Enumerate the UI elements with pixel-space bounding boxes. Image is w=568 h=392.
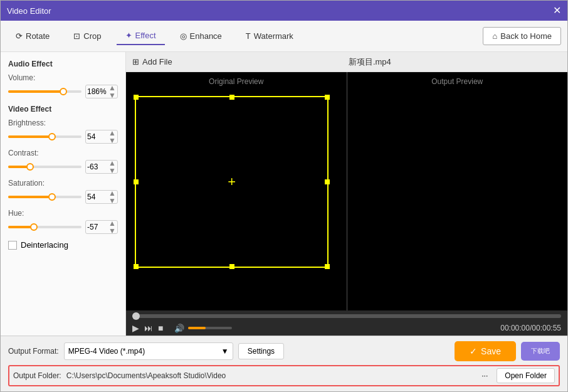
volume-icon: 🔊 [174,324,184,333]
volume-row: 186% ▲ ▼ [8,85,118,98]
folder-label: Output Folder: [13,371,61,380]
play-button[interactable]: ▶ [132,323,139,333]
watermark-tab[interactable]: T Watermark [237,28,302,45]
bottom-bar: Output Format: MPEG-4 Video (*.mp4) ▼ Se… [1,336,567,391]
saturation-input[interactable]: 54 ▲ ▼ [85,190,118,204]
volume-down[interactable]: ▼ [108,92,116,99]
saturation-slider[interactable] [8,192,82,202]
effect-tab[interactable]: ✦ Effect [117,27,165,45]
filename: 新项目.mp4 [349,56,391,68]
watermark-extra-button[interactable]: 下载吧 [521,342,560,361]
hue-slider[interactable] [8,222,82,232]
file-bar: ⊞ Add File 新项目.mp4 [126,52,567,72]
dropdown-arrow-icon: ▼ [221,347,229,356]
add-file-button[interactable]: ⊞ Add File [132,57,172,66]
format-row: Output Format: MPEG-4 Video (*.mp4) ▼ Se… [8,341,560,361]
add-file-icon: ⊞ [132,57,139,66]
enhance-tab[interactable]: ◎ Enhance [171,28,231,45]
crop-handle-ml[interactable] [134,179,139,184]
output-preview-label: Output Preview [347,72,568,86]
contrast-input[interactable]: -63 ▲ ▼ [85,160,118,174]
effect-icon: ✦ [125,31,132,40]
hue-row: -57 ▲ ▼ [8,220,118,234]
hue-input[interactable]: -57 ▲ ▼ [85,220,118,234]
main-content: Audio Effect Volume: 186% ▲ ▼ Vid [1,52,567,336]
crop-handle-tc[interactable] [229,95,234,100]
right-panel: ⊞ Add File 新项目.mp4 Original Preview [126,52,567,336]
step-forward-button[interactable]: ⏭ [144,323,153,333]
folder-path: C:\Users\pc\Documents\Apeaksoft Studio\V… [66,371,473,380]
crop-crosshair: + [228,174,236,190]
output-preview-pane: Output Preview [347,72,568,310]
video-section-title: Video Effect [8,105,118,114]
contrast-down[interactable]: ▼ [108,167,116,174]
crop-tab[interactable]: ⊡ Crop [65,28,110,45]
deinterlacing-label: Deinterlacing [21,240,68,250]
volume-slider[interactable] [8,87,82,97]
enhance-icon: ◎ [180,31,187,41]
save-button[interactable]: ✓ Save [455,341,516,361]
crop-handle-br[interactable] [325,264,330,269]
hue-down[interactable]: ▼ [108,227,116,235]
toolbar: ⟳ Rotate ⊡ Crop ✦ Effect ◎ Enhance T Wat… [1,21,567,52]
audio-section-title: Audio Effect [8,60,118,68]
deinterlacing-row: Deinterlacing [8,240,118,250]
crop-overlay[interactable]: + [135,96,329,268]
crop-handle-bc[interactable] [229,264,234,269]
folder-row: Output Folder: C:\Users\pc\Documents\Ape… [8,365,560,386]
seekbar-area [126,310,567,320]
video-editor-window: Video Editor ✕ ⟳ Rotate ⊡ Crop ✦ Effect … [0,0,568,392]
rotate-icon: ⟳ [16,31,23,41]
settings-button[interactable]: Settings [238,343,284,359]
close-button[interactable]: ✕ [553,6,561,16]
folder-browse-button[interactable]: ··· [478,370,492,381]
brightness-slider[interactable] [8,132,82,142]
open-folder-button[interactable]: Open Folder [497,368,555,383]
contrast-label: Contrast: [8,149,118,157]
brightness-down[interactable]: ▼ [108,137,116,144]
deinterlacing-checkbox[interactable] [8,241,17,250]
crop-handle-bl[interactable] [134,264,139,269]
watermark-icon: T [246,31,251,41]
checkmark-icon: ✓ [470,346,477,356]
brightness-label: Brightness: [8,119,118,127]
brightness-input[interactable]: 54 ▲ ▼ [85,130,118,144]
format-label: Output Format: [8,347,59,356]
preview-area: Original Preview + Output [126,72,567,310]
window-title: Video Editor [7,6,51,16]
hue-label: Hue: [8,209,118,218]
time-display: 00:00:00/00:00:55 [500,324,561,332]
crop-icon: ⊡ [73,31,80,41]
controls-row: ▶ ⏭ ■ 🔊 00:00:00/00:00:55 [126,320,567,336]
original-preview-label: Original Preview [126,72,347,86]
saturation-down[interactable]: ▼ [108,197,116,204]
contrast-row: -63 ▲ ▼ [8,160,118,174]
home-icon: ⌂ [492,31,497,41]
volume-label: Volume: [8,73,118,82]
brightness-row: 54 ▲ ▼ [8,130,118,144]
saturation-row: 54 ▲ ▼ [8,190,118,204]
contrast-slider[interactable] [8,162,82,172]
original-preview-pane: Original Preview + [126,72,347,310]
crop-handle-tl[interactable] [134,95,139,100]
left-panel: Audio Effect Volume: 186% ▲ ▼ Vid [1,52,126,336]
crop-handle-mr[interactable] [325,179,330,184]
volume-slider-controls[interactable] [188,327,232,329]
seekbar[interactable] [132,314,561,318]
volume-input[interactable]: 186% ▲ ▼ [85,85,118,98]
rotate-tab[interactable]: ⟳ Rotate [7,28,58,45]
format-select[interactable]: MPEG-4 Video (*.mp4) ▼ [64,342,233,360]
back-home-button[interactable]: ⌂ Back to Home [483,27,561,45]
stop-button[interactable]: ■ [158,323,163,333]
volume-section: 🔊 [174,324,232,333]
saturation-label: Saturation: [8,179,118,188]
title-bar: Video Editor ✕ [1,1,567,21]
crop-handle-tr[interactable] [325,95,330,100]
